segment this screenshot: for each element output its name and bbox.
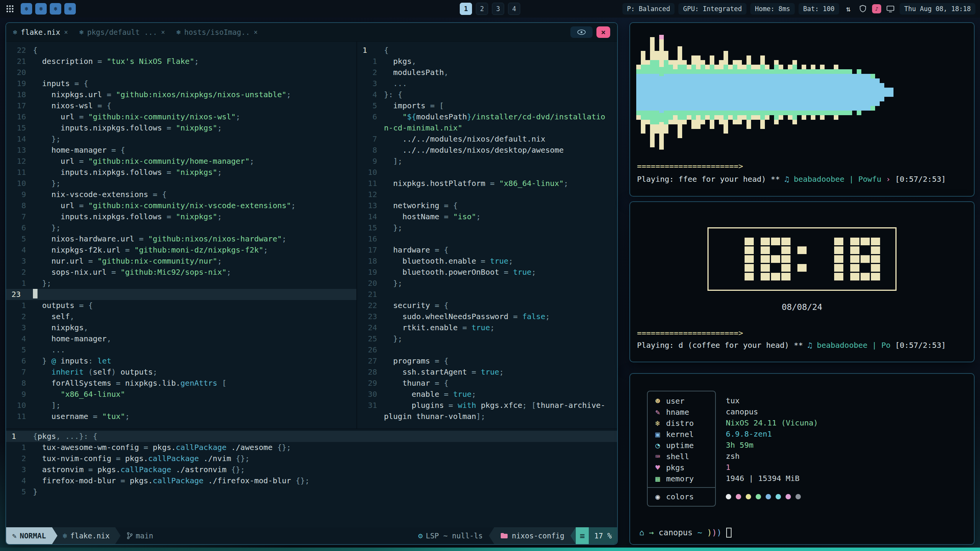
code-line[interactable]: 11 nixpkgs.hostPlatform = "x86_64-linux"… xyxy=(357,178,617,189)
close-tab-icon[interactable]: × xyxy=(161,28,165,36)
code-line[interactable]: 1{ xyxy=(357,45,617,56)
code-line[interactable]: 26 xyxy=(357,344,617,355)
code-line[interactable]: 10 }; xyxy=(6,178,356,189)
code-line[interactable]: 8 url = "github:nix-community/nix-vscode… xyxy=(6,200,356,211)
editor-tab-3[interactable]: ❄hosts/isoImag..× xyxy=(176,28,258,36)
code-line[interactable]: plugin thunar-volman]; xyxy=(357,411,617,422)
gpu-status[interactable]: GPU: Integrated xyxy=(678,3,746,15)
code-line[interactable]: 15 inputs.nixpkgs.follows = "nixpkgs"; xyxy=(6,122,356,134)
code-line[interactable]: 14 }; xyxy=(6,134,356,145)
code-line[interactable]: 4 home-manager, xyxy=(6,333,356,344)
code-line[interactable]: 20 }; xyxy=(357,278,617,289)
editor-tab-2[interactable]: ❄pkgs/default ...× xyxy=(79,28,165,36)
code-line[interactable]: 4 nixpkgs-f2k.url = "github:moni-dz/nixp… xyxy=(6,245,356,256)
code-line[interactable]: 21 xyxy=(357,289,617,300)
code-line[interactable]: 9 "x86_64-linux" xyxy=(6,389,356,400)
code-line[interactable]: 20 xyxy=(6,67,356,78)
code-line[interactable]: 3 nur.url = "github:nix-community/nur"; xyxy=(6,256,356,267)
workspace-tag-1[interactable]: ❄ xyxy=(21,3,32,15)
shell-prompt[interactable]: ⌂ → canopus ~ ))) xyxy=(639,528,732,538)
code-line[interactable]: 8 forAllSystems = nixpkgs.lib.genAttrs [ xyxy=(6,378,356,389)
code-line[interactable]: 13 networking = { xyxy=(357,200,617,211)
eye-toggle-button[interactable] xyxy=(570,26,593,38)
workspace-tag-3[interactable]: ❄ xyxy=(50,3,61,15)
code-line[interactable]: 1 tux-awesome-wm-config = pkgs.callPacka… xyxy=(6,442,617,453)
code-line[interactable]: 12 url = "github:nix-community/home-mana… xyxy=(6,156,356,167)
code-line[interactable]: 9 ]; xyxy=(357,156,617,167)
code-line[interactable]: 7 inherit (self) outputs; xyxy=(6,367,356,378)
code-line[interactable]: 16 xyxy=(357,233,617,245)
code-line[interactable]: 17 nixos-wsl = { xyxy=(6,100,356,111)
code-line[interactable]: 8 ../../modules/nixos/desktop/awesome xyxy=(357,145,617,156)
code-line[interactable]: 5 ... xyxy=(6,344,356,355)
tab-3[interactable]: 3 xyxy=(492,3,504,15)
code-line[interactable]: 23 sudo.wheelNeedsPassword = false; xyxy=(357,311,617,322)
workspace-tag-4[interactable]: ❄ xyxy=(64,3,76,15)
code-line[interactable]: 2 self, xyxy=(6,311,356,322)
git-branch[interactable]: main xyxy=(121,531,160,540)
code-line[interactable]: 18 bluetooth.enable = true; xyxy=(357,256,617,267)
code-line[interactable]: 22{ xyxy=(6,45,356,56)
code-line[interactable]: 6 } @ inputs: let xyxy=(6,355,356,367)
code-line[interactable]: 1 }; xyxy=(6,278,356,289)
project-segment[interactable]: nixos-config xyxy=(494,527,570,544)
code-line[interactable]: 22 security = { xyxy=(357,300,617,311)
lsp-status[interactable]: ⚙ LSP ~ null-ls xyxy=(412,531,489,540)
code-line[interactable]: 19 bluetooth.powerOnBoot = true; xyxy=(357,267,617,278)
code-line[interactable]: 1{pkgs, ...}: { xyxy=(6,431,617,442)
code-line[interactable]: 14 hostName = "iso"; xyxy=(357,211,617,222)
code-line[interactable]: 25 }; xyxy=(357,333,617,344)
code-line[interactable]: 7 inputs.nixpkgs.follows = "nixpkgs"; xyxy=(6,211,356,222)
home-latency-status[interactable]: Home: 8ms xyxy=(750,3,795,15)
close-tab-icon[interactable]: × xyxy=(64,28,68,36)
code-line[interactable]: 3 ... xyxy=(357,78,617,89)
tab-4[interactable]: 4 xyxy=(508,3,520,15)
code-line[interactable]: 10 xyxy=(357,167,617,178)
code-line[interactable]: 16 url = "github:nix-community/nixos-wsl… xyxy=(6,111,356,122)
code-line[interactable]: 13 home-manager = { xyxy=(6,145,356,156)
app-launcher-button[interactable] xyxy=(5,3,15,15)
network-icon[interactable]: ⇅ xyxy=(843,3,854,15)
code-line[interactable]: 30 enable = true; xyxy=(357,389,617,400)
code-line[interactable]: 6 }; xyxy=(6,222,356,233)
code-line[interactable]: 19 inputs = { xyxy=(6,78,356,89)
code-line[interactable]: 4 firefox-mod-blur = pkgs.callPackage ./… xyxy=(6,475,617,486)
shield-icon[interactable] xyxy=(858,3,868,15)
editor-tab-1[interactable]: ❄flake.nix× xyxy=(13,28,68,36)
code-line[interactable]: 23 xyxy=(6,289,356,300)
code-line[interactable]: 5 imports = [ xyxy=(357,100,617,111)
code-line[interactable]: 7 ../../modules/nixos/default.nix xyxy=(357,134,617,145)
code-line[interactable]: 2 modulesPath, xyxy=(357,67,617,78)
code-line[interactable]: 11 username = "tux"; xyxy=(6,411,356,422)
code-line[interactable]: n-cd-minimal.nix" xyxy=(357,122,617,134)
code-line[interactable]: 4}: { xyxy=(357,89,617,100)
code-line[interactable]: 11 inputs.nixpkgs.follows = "nixpkgs"; xyxy=(6,167,356,178)
workspace-tag-2[interactable]: ❄ xyxy=(35,3,47,15)
code-line[interactable]: 17 hardware = { xyxy=(357,245,617,256)
clock-status[interactable]: Thu Aug 08, 18:18 xyxy=(900,3,975,15)
code-line[interactable]: 24 rtkit.enable = true; xyxy=(357,322,617,333)
code-line[interactable]: 1 outputs = { xyxy=(6,300,356,311)
code-line[interactable]: 28 ssh.startAgent = true; xyxy=(357,367,617,378)
close-tab-icon[interactable]: × xyxy=(254,28,258,36)
code-line[interactable]: 2 sops-nix.url = "github:Mic92/sops-nix"… xyxy=(6,267,356,278)
screenshot-icon[interactable] xyxy=(885,3,896,15)
code-line[interactable]: 3 nixpkgs, xyxy=(6,322,356,333)
code-line[interactable]: 15 }; xyxy=(357,222,617,233)
code-line[interactable]: 2 tux-nvim-config = pkgs.callPackage ./n… xyxy=(6,453,617,464)
code-line[interactable]: 31 plugins = with pkgs.xfce; [thunar-arc… xyxy=(357,400,617,411)
code-line[interactable]: 10 ]; xyxy=(6,400,356,411)
music-icon[interactable]: ♪ xyxy=(872,4,881,13)
code-line[interactable]: 1 pkgs, xyxy=(357,56,617,67)
code-line[interactable]: 18 nixpkgs.url = "github:nixos/nixpkgs/n… xyxy=(6,89,356,100)
code-line[interactable]: 3 astronvim = pkgs.callPackage ./astronv… xyxy=(6,464,617,475)
code-line[interactable]: 6 "${modulesPath}/installer/cd-dvd/insta… xyxy=(357,111,617,122)
code-line[interactable]: 21 description = "tux's NixOS Flake"; xyxy=(6,56,356,67)
code-line[interactable]: 27 programs = { xyxy=(357,355,617,367)
code-line[interactable]: 5} xyxy=(6,486,617,497)
battery-status[interactable]: Bat: 100 xyxy=(799,3,839,15)
tab-2[interactable]: 2 xyxy=(476,3,488,15)
code-line[interactable]: 29 thunar = { xyxy=(357,378,617,389)
code-line[interactable]: 12 xyxy=(357,189,617,200)
code-line[interactable]: 5 nixos-hardware.url = "github:nixos/nix… xyxy=(6,233,356,245)
